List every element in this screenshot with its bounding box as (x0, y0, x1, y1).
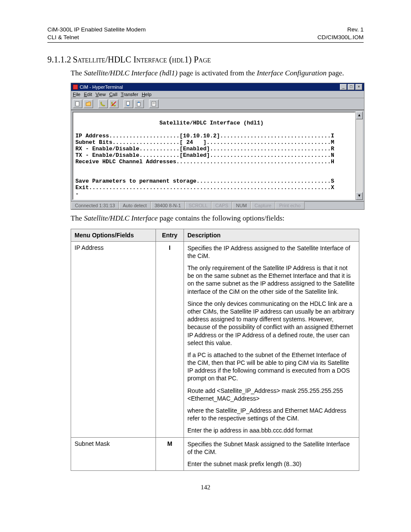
toolbar-properties-icon[interactable] (149, 100, 159, 108)
cell-entry: M (156, 437, 184, 471)
menu-file[interactable]: File (73, 92, 81, 97)
menu-call[interactable]: Call (109, 92, 117, 97)
status-caps: CAPS (212, 202, 232, 209)
scroll-down-icon[interactable]: ▼ (356, 192, 363, 200)
menu-bar: File Edit View Call Transfer Help (71, 91, 364, 98)
th-description: Description (184, 229, 359, 241)
svg-rect-2 (127, 102, 130, 106)
intro-paragraph: The Satellite/HDLC Interface (hdl1) page… (71, 69, 364, 78)
hyperterminal-window: CiM - HyperTerminal _ □ × File Edit View… (71, 83, 364, 209)
window-title: CiM - HyperTerminal (80, 84, 123, 90)
header-right-line2: CD/CIM300L.IOM (318, 34, 364, 40)
desc-line: where the Satellite_IP_Address and Ether… (187, 407, 355, 422)
menu-help[interactable]: Help (142, 92, 152, 97)
menu-edit[interactable]: Edit (84, 92, 92, 97)
desc-line: The only requirement of the Satellite IP… (187, 264, 355, 296)
th-entry: Entry (156, 229, 184, 241)
status-scroll: SCROLL (185, 202, 212, 209)
cell-description: Specifies the Subnet Mask assigned to th… (184, 437, 359, 471)
scroll-track[interactable] (356, 119, 363, 192)
terminal-output[interactable]: Satellite/HDLC Interface (hdl1) IP Addre… (72, 112, 355, 199)
toolbar-disconnect-icon[interactable] (109, 100, 118, 108)
toolbar-call-icon[interactable] (98, 100, 108, 108)
maximize-button[interactable]: □ (348, 84, 355, 90)
cell-option: Subnet Mask (71, 437, 156, 471)
scroll-up-icon[interactable]: ▲ (356, 112, 363, 119)
close-button[interactable]: × (355, 84, 362, 90)
svg-rect-0 (76, 102, 79, 106)
status-num: NUM (232, 202, 251, 209)
toolbar-send-icon[interactable] (124, 100, 133, 108)
desc-line: Route add <Satellite_IP_Address> mask 25… (187, 387, 355, 402)
section-title: Satellite/HDLC Interface (hdl1) Page (73, 55, 211, 64)
app-icon (73, 84, 78, 90)
status-bar: Connected 1:31:13 Auto detect 38400 8-N-… (71, 202, 364, 209)
options-table: Menu Options/Fields Entry Description IP… (71, 229, 359, 471)
status-detect: Auto detect (119, 202, 151, 209)
menu-transfer[interactable]: Transfer (121, 92, 138, 97)
table-row: IP Address I Specifies the IP Address as… (71, 241, 359, 437)
intro-pre: The (71, 69, 84, 77)
status-baud: 38400 8-N-1 (151, 202, 185, 209)
cell-description: Specifies the IP Address assigned to the… (184, 241, 359, 437)
desc-line: Enter the ip address in aaa.bbb.ccc.ddd … (187, 426, 355, 434)
th-option: Menu Options/Fields (71, 229, 156, 241)
page-number: 142 (47, 484, 364, 491)
desc-line: Since the only devices communicating on … (187, 300, 355, 347)
cell-entry: I (156, 241, 184, 437)
toolbar-open-icon[interactable] (84, 100, 93, 108)
lead2-ital: Satellite/HDLC Interface (84, 214, 158, 222)
status-capture: Capture (251, 202, 275, 209)
toolbar-receive-icon[interactable] (134, 100, 144, 108)
header-right-line1: Rev. 1 (347, 26, 364, 33)
table-row: Subnet Mask M Specifies the Subnet Mask … (71, 437, 359, 471)
svg-rect-3 (137, 103, 140, 106)
scrollbar[interactable]: ▲ ▼ (355, 112, 363, 199)
status-connected: Connected 1:31:13 (71, 202, 119, 209)
intro-post: page. (327, 69, 344, 77)
lead2-pre: The (71, 214, 84, 222)
intro-mid: page is activated from the (177, 69, 257, 77)
lead-paragraph-2: The Satellite/HDLC Interface page contai… (71, 214, 364, 223)
lead2-post: page contains the following options/fiel… (158, 214, 284, 222)
intro-ital1: Satellite/HDLC Interface (hdl1) (84, 69, 177, 77)
header-left-line2: CLI & Telnet (47, 34, 79, 40)
intro-ital2: Interface Configuration (257, 69, 327, 77)
menu-view[interactable]: View (96, 92, 106, 97)
desc-line: Enter the subnet mask prefix length (8..… (187, 460, 355, 468)
toolbar (71, 98, 364, 110)
header-left-line1: CiM-300L IP Enabled Satellite Modem (47, 26, 146, 33)
minimize-button[interactable]: _ (340, 84, 347, 90)
cell-option: IP Address (71, 241, 156, 437)
header-rule (47, 42, 364, 43)
desc-line: Specifies the IP Address assigned to the… (187, 244, 355, 260)
desc-line: Specifies the Subnet Mask assigned to th… (187, 440, 355, 456)
desc-line: If a PC is attached to the subnet of the… (187, 351, 355, 383)
toolbar-new-icon[interactable] (73, 100, 82, 108)
section-number: 9.1.1.2 (47, 55, 71, 64)
window-titlebar[interactable]: CiM - HyperTerminal _ □ × (71, 83, 364, 91)
status-printecho: Print echo (275, 202, 305, 209)
